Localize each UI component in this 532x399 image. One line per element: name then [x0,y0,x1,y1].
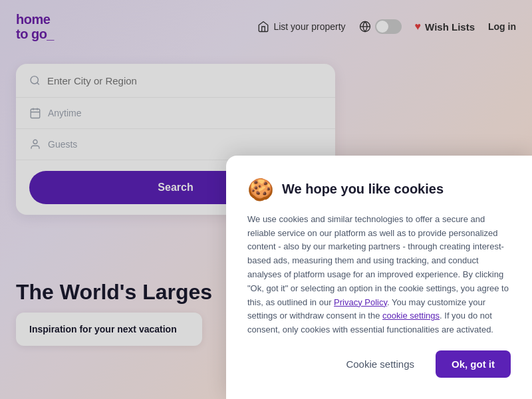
cookie-title: We hope you like cookies [282,182,444,197]
cookie-body-text-1: We use cookies and similar technologies … [247,214,509,307]
cookie-body: We use cookies and similar technologies … [247,213,511,337]
cookie-modal: 🍪 We hope you like cookies We use cookie… [226,156,532,399]
cookie-emoji: 🍪 [247,177,274,202]
privacy-policy-link[interactable]: Privacy Policy [334,297,387,307]
cookie-settings-button[interactable]: Cookie settings [335,352,425,376]
cookie-actions: Cookie settings Ok, got it [247,350,511,378]
modal-overlay: 🍪 We hope you like cookies We use cookie… [0,0,532,399]
ok-got-it-button[interactable]: Ok, got it [436,350,511,378]
cookie-header: 🍪 We hope you like cookies [247,177,511,202]
cookie-settings-link[interactable]: cookie settings [382,311,440,321]
